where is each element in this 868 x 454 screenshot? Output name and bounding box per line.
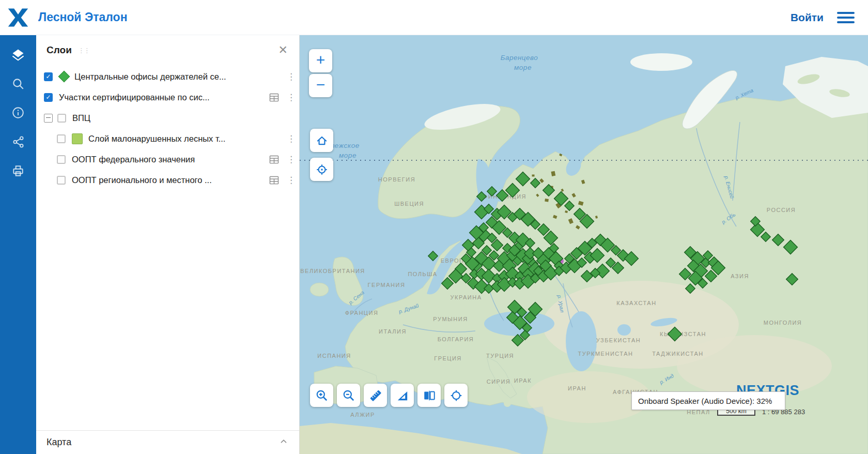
volume-notification: Onboard Speaker (Audio Device): 32% [631, 391, 785, 410]
map-label: море [339, 152, 357, 159]
layer-checkbox[interactable]: ✓ [44, 72, 53, 81]
measure-distance-button[interactable] [364, 384, 387, 407]
zoom-in-tool-button[interactable] [310, 384, 333, 407]
sidebar-item-identify[interactable] [0, 98, 36, 127]
home-extent-button[interactable] [310, 129, 333, 152]
app-header: Лесной Эталон Войти [0, 0, 868, 35]
layer-menu-icon[interactable]: ⋮ [287, 93, 292, 102]
magnifier-minus-icon [342, 389, 355, 402]
layer-row[interactable]: ООПТ федерального значения⋮ [36, 149, 299, 170]
menu-icon[interactable] [837, 11, 855, 24]
map-label: АЗИЯ [731, 273, 749, 279]
swipe-panels-icon [423, 389, 436, 402]
set-square-icon [396, 389, 409, 402]
certified-area-patch [545, 199, 549, 202]
map-label: ГРЕЦИЯ [434, 355, 462, 361]
sidebar-item-search[interactable] [0, 69, 36, 98]
map-label: БОЛГАРИЯ [438, 336, 474, 342]
sidebar-item-share[interactable] [0, 127, 36, 156]
map-label: КАЗАХСТАН [616, 300, 656, 306]
map-label: ИТАЛИЯ [379, 328, 407, 335]
map-label: ФРАНЦИЯ [345, 310, 379, 316]
map-toolbar [310, 384, 468, 407]
collapse-toggle[interactable] [44, 114, 53, 123]
home-icon [315, 134, 329, 147]
page-title: Лесной Эталон [38, 10, 128, 24]
map-label: ГЕРМАНИЯ [368, 282, 406, 288]
search-icon [11, 77, 25, 90]
layer-label: Центральные офисы держателей се... [74, 72, 226, 82]
print-icon [11, 164, 25, 177]
layer-row[interactable]: ВПЦ [36, 108, 299, 128]
map-label: КЫРГЫЗСТАН [660, 331, 706, 337]
map-label: УКРАИНА [450, 294, 482, 300]
layer-label: ООПТ федерального значения [72, 155, 195, 164]
map-label: РОССИЯ [767, 207, 796, 213]
login-button[interactable]: Войти [791, 11, 824, 24]
swipe-compare-button[interactable] [417, 384, 441, 407]
map-label: РУМЫНИЯ [433, 316, 468, 322]
sidebar-item-print[interactable] [0, 156, 36, 185]
map-accordion-header[interactable]: Карта [36, 430, 299, 454]
locate-icon [315, 163, 329, 176]
map-label: ТУРЦИЯ [486, 353, 514, 359]
map-label: НОРВЕГИЯ [378, 176, 415, 183]
layer-label: ВПЦ [72, 113, 90, 123]
map-label: ТАДЖИКИСТАН [652, 351, 704, 357]
table-icon[interactable] [269, 93, 279, 102]
layer-label: Участки сертифицированные по сис... [59, 93, 210, 102]
layers-panel-title: Слои [47, 44, 72, 56]
table-icon[interactable] [269, 176, 279, 185]
map-label: море [514, 64, 532, 71]
close-icon[interactable]: ✕ [276, 42, 290, 58]
zoom-out-button[interactable]: − [309, 74, 332, 97]
nextgis-logo[interactable] [6, 6, 30, 29]
zoom-out-tool-button[interactable] [337, 384, 360, 407]
map-label: ИСПАНИЯ [317, 353, 351, 359]
chevron-up-icon [278, 436, 289, 449]
locate-button[interactable] [310, 158, 333, 181]
layer-checkbox[interactable]: ✓ [44, 93, 53, 102]
info-icon [11, 106, 25, 119]
map-label: Баренцево [501, 54, 538, 62]
map-label: ПОЛЬША [408, 271, 437, 277]
map-label: ВЕЛИКОБРИТАНИЯ [300, 268, 365, 274]
layers-panel: Слои ⋮⋮ ✕ ✓Центральные офисы держателей … [36, 35, 300, 454]
layer-checkbox[interactable] [57, 155, 66, 164]
layer-row[interactable]: Слой малонарушенных лесных т...⋮ [36, 128, 299, 149]
share-icon [12, 135, 25, 148]
zoom-in-button[interactable]: + [309, 49, 332, 72]
drag-handle-icon[interactable]: ⋮⋮ [78, 47, 89, 54]
layer-menu-icon[interactable]: ⋮ [287, 176, 292, 185]
layer-checkbox[interactable] [57, 134, 66, 143]
map-label: УЗБЕКИСТАН [596, 337, 641, 343]
certified-area-patch [532, 175, 535, 177]
layer-menu-icon[interactable]: ⋮ [287, 155, 292, 164]
map-label: ШВЕЦИЯ [394, 201, 424, 207]
crosshair-icon [450, 389, 463, 402]
layer-checkbox[interactable] [57, 114, 66, 123]
layer-checkbox[interactable] [57, 176, 66, 185]
layer-row[interactable]: ООПТ регионального и местного ...⋮ [36, 170, 299, 190]
layer-label: ООПТ регионального и местного ... [72, 175, 212, 185]
layer-row[interactable]: ✓Участки сертифицированные по сис...⋮ [36, 87, 299, 108]
layer-label: Слой малонарушенных лесных т... [88, 134, 225, 144]
map-label: ТУРКМЕНИСТАН [578, 351, 633, 357]
layer-menu-icon[interactable]: ⋮ [287, 134, 292, 143]
layer-menu-icon[interactable]: ⋮ [287, 72, 292, 81]
map-label: АЛЖИР [350, 412, 375, 418]
measure-area-button[interactable] [391, 384, 414, 407]
layer-row[interactable]: ✓Центральные офисы держателей се...⋮ [36, 66, 299, 87]
magnifier-plus-icon [315, 389, 329, 402]
map-label: ИРАН [568, 385, 586, 391]
map-label: ИРАК [514, 377, 532, 384]
crosshair-button[interactable] [444, 384, 468, 407]
sidebar-item-layers[interactable] [0, 40, 36, 69]
square-symbol-icon [72, 133, 83, 144]
map-accordion-label: Карта [47, 437, 71, 448]
map-label: СИРИЯ [487, 379, 511, 385]
table-icon[interactable] [269, 155, 279, 164]
layer-tree: ✓Центральные офисы держателей се...⋮✓Уча… [36, 65, 299, 430]
layers-icon [11, 48, 25, 62]
map-canvas[interactable]: БаренцевомореНорвежскоемореНОРВЕГИЯШВЕЦИ… [300, 35, 868, 454]
